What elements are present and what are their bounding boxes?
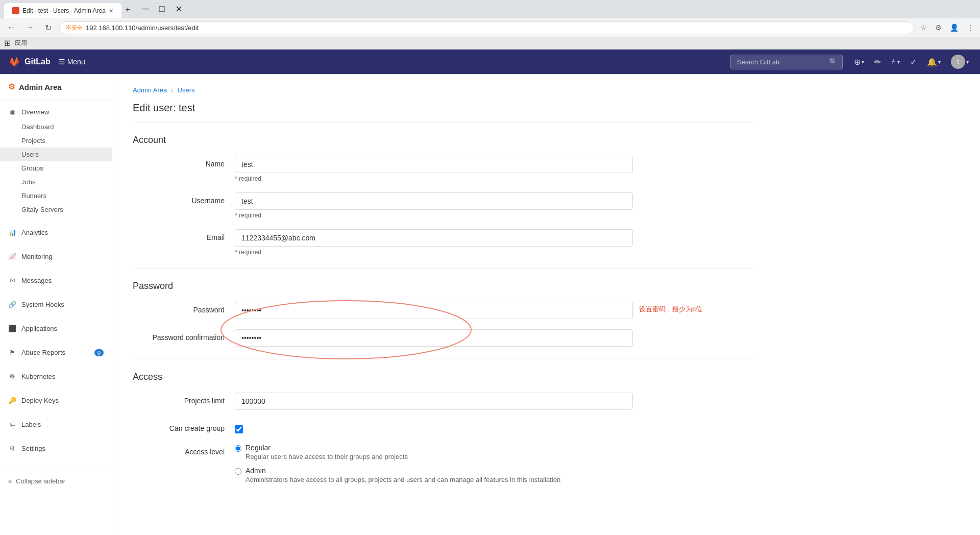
jobs-label: Jobs <box>21 178 35 186</box>
name-field-group: Name * required <box>133 156 755 182</box>
email-field-group: Email * required <box>133 229 755 256</box>
monitoring-label: Monitoring <box>21 253 53 260</box>
window-controls: ─ □ ✕ <box>138 4 187 15</box>
minimize-button[interactable]: ─ <box>138 4 153 15</box>
chevron-down-icon-notif: ▾ <box>938 59 941 65</box>
maximize-button[interactable]: □ <box>155 4 169 15</box>
new-tab-button[interactable]: + <box>121 1 134 18</box>
password-hint-wrap: 设置密码，最少为8位 <box>633 305 702 314</box>
gitlab-logo-text: GitLab <box>24 57 51 66</box>
name-control-wrap: * required <box>235 156 633 182</box>
extensions-button[interactable]: ⚙ <box>933 21 944 34</box>
menu-icon: ☰ <box>59 58 65 66</box>
email-input[interactable] <box>235 229 633 247</box>
bookmark-button[interactable]: ☆ <box>918 21 929 34</box>
sidebar-item-kubernetes[interactable]: ☸ Kubernetes <box>0 369 112 384</box>
access-level-label: Access level <box>133 444 235 456</box>
collapse-icon: « <box>8 477 12 485</box>
user-profile-button[interactable]: t ▾ <box>948 52 972 72</box>
sidebar-item-monitoring[interactable]: 📈 Monitoring <box>0 249 112 264</box>
search-icon: 🔍 <box>829 58 838 66</box>
notifications-button[interactable]: 🔔 ▾ <box>924 54 944 70</box>
gitlab-header: GitLab ☰ Menu 🔍 ⊕ ▾ ✏ ⑃ ▾ ✓ 🔔 ▾ t ▾ <box>0 50 980 74</box>
access-level-control-wrap: Regular Regular users have access to the… <box>235 444 633 488</box>
forward-button[interactable]: → <box>22 20 37 35</box>
merge-requests-button[interactable]: ⑃ ▾ <box>888 54 903 69</box>
sidebar-overview-label: Overview <box>21 108 49 116</box>
sidebar-item-jobs[interactable]: Jobs <box>0 175 112 189</box>
sidebar-item-groups[interactable]: Groups <box>0 161 112 175</box>
gitlab-logo[interactable]: GitLab <box>8 56 51 68</box>
system-hooks-label: System Hooks <box>21 301 64 308</box>
gitaly-label: Gitaly Servers <box>21 206 63 213</box>
name-required-hint: * required <box>235 175 633 182</box>
radio-admin-input[interactable] <box>235 468 241 475</box>
kubernetes-icon: ☸ <box>8 373 16 380</box>
sidebar-item-gitaly[interactable]: Gitaly Servers <box>0 203 112 216</box>
name-input[interactable] <box>235 156 633 173</box>
sidebar-item-projects[interactable]: Projects <box>0 134 112 148</box>
tab-favicon <box>12 7 19 14</box>
sidebar-item-system-hooks[interactable]: 🔗 System Hooks <box>0 297 112 312</box>
sidebar-settings-section: ⚙ Settings <box>0 436 112 460</box>
admin-area-header: ⚙ Admin Area <box>0 74 112 100</box>
abuse-icon: ⚑ <box>8 349 16 356</box>
browser-tabs: Edit · test · Users · Admin Area ✕ + <box>4 0 134 18</box>
more-button[interactable]: ⋮ <box>965 21 976 34</box>
collapse-sidebar-button[interactable]: « Collapse sidebar <box>0 471 112 491</box>
sidebar-item-settings[interactable]: ⚙ Settings <box>0 441 112 456</box>
sidebar-item-analytics[interactable]: 📊 Analytics <box>0 225 112 240</box>
radio-regular-label[interactable]: Regular Regular users have access to the… <box>235 444 633 460</box>
active-tab[interactable]: Edit · test · Users · Admin Area ✕ <box>4 3 121 18</box>
username-input[interactable] <box>235 192 633 210</box>
sidebar-applications-section: ⬛ Applications <box>0 317 112 341</box>
create-new-button[interactable]: ⊕ ▾ <box>851 54 867 70</box>
sidebar-item-users[interactable]: Users <box>0 148 112 161</box>
sidebar-item-dashboard[interactable]: Dashboard <box>0 120 112 134</box>
back-button[interactable]: ← <box>4 20 18 35</box>
breadcrumb-users[interactable]: Users <box>178 86 195 94</box>
profile-button[interactable]: 👤 <box>948 21 961 34</box>
deploy-keys-label: Deploy Keys <box>21 397 59 404</box>
reload-button[interactable]: ↻ <box>41 20 55 35</box>
password-input[interactable] <box>235 302 633 319</box>
can-create-group-checkbox[interactable] <box>235 425 243 433</box>
gitlab-logo-icon <box>8 56 20 68</box>
tab-title: Edit · test · Users · Admin Area <box>22 7 106 14</box>
sidebar-item-messages[interactable]: ✉ Messages <box>0 273 112 288</box>
breadcrumb-admin-area[interactable]: Admin Area <box>133 86 167 94</box>
main-layout: ⚙ Admin Area ◉ Overview Dashboard Projec… <box>0 74 980 535</box>
sidebar-item-runners[interactable]: Runners <box>0 189 112 203</box>
messages-label: Messages <box>21 277 52 284</box>
analytics-label: Analytics <box>21 229 48 236</box>
sidebar-item-overview[interactable]: ◉ Overview <box>0 104 112 120</box>
radio-admin-label[interactable]: Admin Administrators have access to all … <box>235 467 633 483</box>
username-label: Username <box>133 192 235 205</box>
sidebar-item-deploy-keys[interactable]: 🔑 Deploy Keys <box>0 393 112 408</box>
sidebar-item-labels[interactable]: 🏷 Labels <box>0 417 112 432</box>
header-search-input[interactable] <box>730 55 843 69</box>
tab-close-button[interactable]: ✕ <box>109 8 113 14</box>
password-control-wrap <box>235 302 633 319</box>
radio-regular-input[interactable] <box>235 445 241 452</box>
address-bar[interactable]: 不安全 192.168.100.110/admin/users/test/edi… <box>59 21 914 34</box>
applications-label: Applications <box>21 325 57 332</box>
os-bar: ⊞ 应用 <box>0 37 980 50</box>
url-text: 192.168.100.110/admin/users/test/edit <box>86 24 199 32</box>
apps-label: 应用 <box>15 39 27 47</box>
sidebar-item-applications[interactable]: ⬛ Applications <box>0 321 112 336</box>
password-confirmation-input[interactable] <box>235 329 633 347</box>
todos-button[interactable]: ✓ <box>907 54 920 70</box>
sidebar-item-abuse-reports[interactable]: ⚑ Abuse Reports 0 <box>0 345 112 360</box>
chevron-down-icon-user: ▾ <box>966 59 969 65</box>
menu-button[interactable]: ☰ Menu <box>59 58 85 66</box>
admin-area-label: Admin Area <box>19 83 62 91</box>
projects-limit-input[interactable] <box>235 393 633 410</box>
username-control-wrap: * required <box>235 192 633 219</box>
close-button[interactable]: ✕ <box>171 4 187 15</box>
admin-area-icon: ⚙ <box>8 82 15 91</box>
edit-profile-button[interactable]: ✏ <box>871 54 884 70</box>
page-title: Edit user: test <box>133 102 755 123</box>
key-icon: 🔑 <box>8 397 16 404</box>
access-section-title: Access <box>133 372 755 382</box>
